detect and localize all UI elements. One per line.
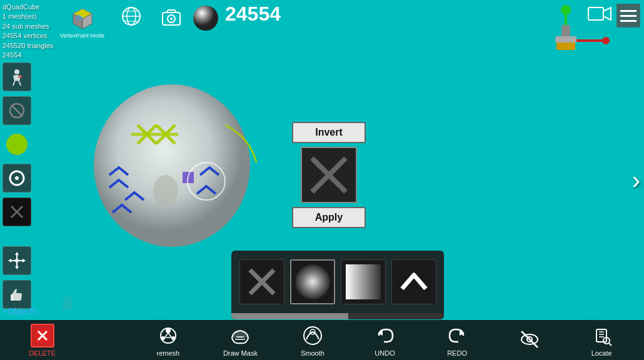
locate-label: Locate	[591, 349, 612, 357]
menu-line-3	[620, 20, 636, 22]
svg-rect-43	[15, 259, 19, 262]
svg-text:M: M	[18, 74, 23, 79]
brush-option-x[interactable]	[239, 259, 284, 304]
locate-button[interactable]: Locate	[583, 324, 620, 357]
brush-progress-bar[interactable]	[231, 313, 444, 319]
delete-button[interactable]: DELETE	[24, 324, 61, 357]
small-ghost-icon-area	[56, 292, 79, 318]
draw-mask-icon	[228, 324, 252, 348]
svg-rect-25	[555, 36, 576, 42]
redo-label: REDO	[447, 349, 467, 357]
svg-rect-44	[11, 294, 13, 301]
camera-icon	[160, 5, 183, 28]
triangles-count: 245520 triangles	[3, 41, 53, 51]
hamburger-menu[interactable]	[616, 4, 640, 28]
svg-marker-13	[166, 10, 176, 12]
brush-options	[231, 251, 444, 313]
visibility-button[interactable]	[511, 328, 548, 353]
svg-point-63	[161, 336, 165, 340]
invert-button[interactable]: Invert	[292, 122, 366, 143]
frame-counter: 24554	[225, 2, 281, 26]
object-info: dQuadCube 1 mesh(es) 24 sub meshes 24554…	[3, 2, 53, 60]
draw-mask-button[interactable]: Draw Mask	[221, 324, 259, 357]
svg-point-62	[166, 328, 171, 333]
brush-progress-fill	[231, 313, 348, 319]
svg-line-82	[609, 343, 611, 346]
smooth-label: Smooth	[301, 349, 325, 357]
brush-option-noise[interactable]	[290, 259, 335, 304]
svg-point-32	[6, 134, 28, 155]
vertices-count: 24554 vertices	[3, 31, 53, 41]
remesh-icon	[156, 324, 180, 348]
draw-mask-label: Draw Mask	[223, 349, 258, 357]
svg-line-76	[521, 331, 538, 348]
move-tool-btn[interactable]	[3, 246, 31, 275]
no-entry-tool-btn[interactable]	[3, 96, 31, 125]
apply-button[interactable]: Apply	[292, 207, 366, 228]
smooth-icon	[301, 324, 325, 348]
svg-line-31	[11, 105, 23, 116]
sub-meshes: 24 sub meshes	[3, 22, 53, 31]
svg-point-34	[15, 176, 19, 180]
axis-gizmo	[519, 0, 613, 69]
invert-apply-popup: Invert Apply	[291, 122, 366, 228]
svg-marker-40	[15, 266, 19, 269]
delete-label: DELETE	[29, 349, 56, 357]
vertex-paint-label: VertexPaint Mode	[60, 32, 104, 39]
svg-point-45	[94, 84, 250, 247]
menu-line-2	[620, 15, 636, 17]
svg-point-53	[153, 175, 178, 206]
left-toolbar: M	[3, 62, 31, 309]
locate-icon	[590, 324, 613, 348]
undo-button[interactable]: UNDO	[366, 324, 404, 357]
svg-marker-39	[15, 252, 19, 255]
remesh-button[interactable]: remesh	[149, 324, 187, 357]
redo-button[interactable]: REDO	[438, 324, 476, 357]
remesh-label: remesh	[157, 349, 180, 357]
undo-icon	[373, 324, 397, 348]
brush-option-gradient[interactable]	[341, 259, 386, 304]
3d-object[interactable]	[75, 75, 275, 256]
vertex-paint-cube-icon	[68, 4, 97, 32]
invert-preview	[301, 147, 357, 203]
svg-line-66	[168, 333, 171, 337]
bottom-toolbar: DELETE remesh Draw	[0, 320, 644, 360]
svg-marker-42	[23, 259, 26, 262]
smooth-button[interactable]: Smooth	[294, 324, 331, 357]
globe-icon-area[interactable]	[120, 5, 143, 30]
svg-line-27	[13, 82, 14, 86]
x-tool-btn[interactable]	[3, 198, 31, 226]
sphere-preview	[191, 4, 220, 35]
svg-point-64	[171, 336, 175, 340]
color-tool-btn[interactable]	[3, 130, 31, 159]
brush-panel	[231, 251, 444, 319]
like-tool-btn[interactable]	[3, 280, 31, 309]
visibility-icon	[518, 328, 541, 351]
vertex-paint-icon-area[interactable]: VertexPaint Mode	[60, 4, 104, 39]
object-id: 24554	[3, 51, 53, 60]
right-nav-arrow[interactable]: ›	[632, 166, 640, 194]
objects-label[interactable]: +Objects	[3, 306, 38, 316]
menu-line-1	[620, 10, 636, 12]
svg-marker-41	[8, 259, 11, 262]
svg-point-15	[170, 18, 173, 20]
globe-icon	[120, 5, 143, 28]
object-name: dQuadCube	[3, 2, 53, 12]
ring-tool-btn[interactable]	[3, 164, 31, 192]
svg-point-22	[602, 37, 610, 44]
svg-point-16	[193, 6, 218, 31]
svg-line-28	[19, 82, 21, 86]
gradient-brush-preview	[346, 264, 381, 299]
delete-icon	[31, 324, 54, 348]
svg-rect-77	[596, 329, 606, 342]
mesh-count: 1 mesh(es)	[3, 12, 53, 21]
undo-label: UNDO	[375, 349, 395, 357]
redo-icon	[445, 324, 469, 348]
brush-option-chevron[interactable]	[391, 259, 436, 304]
figure-tool-btn[interactable]: M	[3, 62, 31, 91]
svg-point-20	[561, 5, 571, 15]
camera-icon-area[interactable]	[160, 5, 183, 30]
noise-brush-preview	[295, 264, 330, 299]
svg-line-65	[165, 333, 168, 337]
